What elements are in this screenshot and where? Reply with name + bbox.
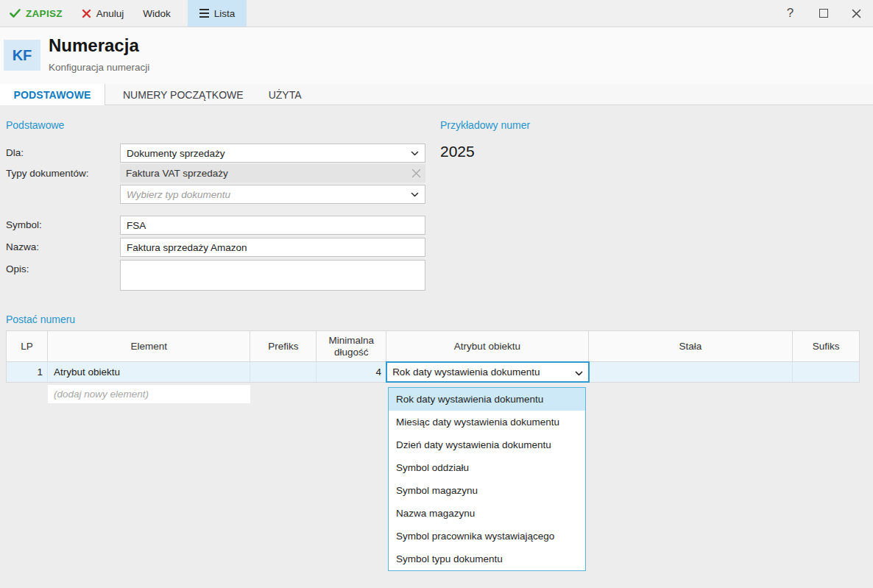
- table-header-row: LP Element Prefiks Minimalna długość Atr…: [6, 330, 860, 362]
- view-label: Widok: [143, 8, 171, 19]
- dropdown-option[interactable]: Symbol magazynu: [389, 479, 585, 502]
- view-menu-button[interactable]: Widok: [133, 0, 180, 26]
- cell-min-length: 4: [317, 362, 386, 382]
- tab-podstawowe[interactable]: PODSTAWOWE: [0, 84, 105, 105]
- number-format-table: LP Element Prefiks Minimalna długość Atr…: [6, 330, 860, 383]
- typy-dokumentow-label: Typy dokumentów:: [6, 164, 89, 183]
- remove-chip-icon[interactable]: [410, 167, 423, 180]
- symbol-input[interactable]: [120, 216, 425, 235]
- cell-element: Atrybut obiektu: [48, 362, 251, 382]
- numeracja-window: ZAPISZ Anuluj Widok Lista ?: [0, 0, 873, 588]
- cancel-button[interactable]: Anuluj: [72, 0, 134, 26]
- column-header-sufiks: Sufiks: [793, 331, 859, 361]
- page-subtitle: Konfiguracja numeracji: [49, 62, 149, 73]
- tab-uzyta[interactable]: UŻYTA: [260, 84, 311, 105]
- column-header-stala: Stała: [589, 331, 794, 361]
- hamburger-icon: [199, 9, 209, 18]
- nazwa-input[interactable]: [120, 238, 425, 257]
- attribute-select[interactable]: Rok daty wystawienia dokumentu: [386, 361, 590, 383]
- close-icon: [852, 9, 861, 18]
- page-title: Numeracja: [49, 35, 139, 56]
- help-icon: ?: [787, 6, 794, 21]
- dropdown-option[interactable]: Symbol pracownika wystawiającego: [389, 525, 585, 548]
- dropdown-option[interactable]: Nazwa magazynu: [389, 502, 585, 525]
- column-header-element: Element: [48, 331, 251, 361]
- maximize-icon: [819, 9, 828, 18]
- avatar: KF: [4, 40, 40, 71]
- dropdown-option[interactable]: Symbol oddziału: [389, 456, 585, 479]
- attribute-dropdown-list: Rok daty wystawienia dokumentu Miesiąc d…: [388, 387, 586, 571]
- dropdown-option[interactable]: Dzień daty wystawienia dokumentu: [389, 433, 585, 456]
- x-icon: [82, 9, 91, 18]
- column-header-atrybut-obiektu: Atrybut obiektu: [386, 331, 589, 361]
- save-button[interactable]: ZAPISZ: [0, 0, 72, 26]
- close-button[interactable]: [840, 0, 873, 26]
- window-controls: ?: [774, 0, 873, 26]
- save-label: ZAPISZ: [26, 8, 63, 19]
- example-number-label: Przykładowy numer: [440, 119, 530, 131]
- cell-prefiks: [250, 362, 317, 382]
- section-podstawowe-label: Podstawowe: [6, 119, 64, 131]
- check-icon: [10, 9, 21, 18]
- add-element-input[interactable]: [48, 385, 250, 403]
- cell-stala: [589, 362, 794, 382]
- cell-atrybut-obiektu: Rok daty wystawienia dokumentu: [386, 362, 589, 382]
- tab-bar: PODSTAWOWE NUMERY POCZĄTKOWE UŻYTA: [0, 84, 873, 105]
- column-header-minimalna-dlugosc: Minimalna długość: [317, 331, 386, 361]
- document-type-placeholder: Wybierz typ dokumentu: [127, 189, 230, 200]
- chevron-down-icon: [411, 151, 419, 157]
- maximize-button[interactable]: [807, 0, 840, 26]
- cell-sufiks: [793, 362, 859, 382]
- tab-numery-poczatkowe[interactable]: NUMERY POCZĄTKOWE: [114, 84, 252, 105]
- list-label: Lista: [214, 8, 236, 19]
- list-button[interactable]: Lista: [188, 0, 247, 26]
- help-button[interactable]: ?: [774, 0, 807, 26]
- opis-textarea[interactable]: [120, 260, 425, 291]
- table-row[interactable]: 1 Atrybut obiektu 4 Rok daty wystawienia…: [6, 362, 860, 383]
- toolbar: ZAPISZ Anuluj Widok Lista ?: [0, 0, 873, 27]
- symbol-label: Symbol:: [6, 216, 42, 235]
- chip-value: Faktura VAT sprzedaży: [126, 168, 228, 179]
- dla-label: Dla:: [6, 144, 24, 163]
- chevron-down-icon: [575, 371, 583, 377]
- document-type-select[interactable]: Wybierz typ dokumentu: [120, 185, 425, 204]
- chevron-down-icon: [411, 192, 419, 198]
- dla-value: Dokumenty sprzedaży: [127, 148, 225, 159]
- section-postac-numeru-label: Postać numeru: [6, 314, 75, 325]
- example-number-value: 2025: [440, 143, 475, 160]
- opis-label: Opis:: [6, 260, 29, 279]
- document-type-chip: Faktura VAT sprzedaży: [120, 164, 425, 183]
- cancel-label: Anuluj: [96, 8, 124, 19]
- attribute-select-value: Rok daty wystawienia dokumentu: [392, 366, 540, 378]
- nazwa-label: Nazwa:: [6, 238, 39, 257]
- dropdown-option[interactable]: Rok daty wystawienia dokumentu: [389, 388, 585, 411]
- cell-lp: 1: [7, 362, 48, 382]
- dropdown-option[interactable]: Miesiąc daty wystawienia dokumentu: [389, 411, 585, 433]
- column-header-lp: LP: [7, 331, 48, 361]
- dropdown-option[interactable]: Symbol typu dokumentu: [389, 548, 585, 570]
- column-header-prefiks: Prefiks: [250, 331, 317, 361]
- dla-select[interactable]: Dokumenty sprzedaży: [120, 144, 425, 163]
- page-header: KF Numeracja Konfiguracja numeracji: [0, 27, 873, 84]
